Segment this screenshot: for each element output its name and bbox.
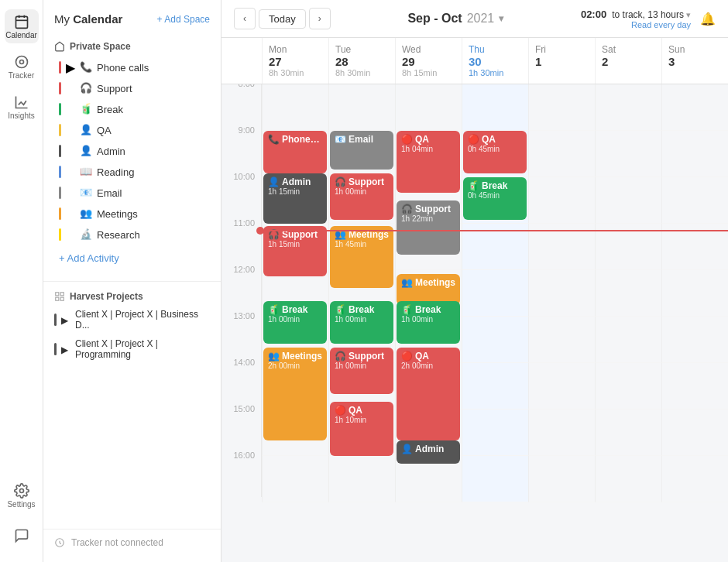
nav-insights[interactable]: Insights xyxy=(5,90,39,124)
time-label-2: 10:00 xyxy=(221,172,262,218)
time-label-8: 16:00 xyxy=(221,451,262,497)
activity-expand-icon[interactable] xyxy=(66,146,75,156)
day-cell-3-6[interactable] xyxy=(462,363,528,410)
day-cell-2-0[interactable] xyxy=(395,84,462,131)
day-cell-4-8[interactable] xyxy=(528,456,595,502)
day-cell-0-0[interactable] xyxy=(262,84,328,131)
day-cell-6-5[interactable] xyxy=(661,317,728,363)
day-cell-4-1[interactable] xyxy=(528,131,595,177)
project-color-bar xyxy=(54,343,57,355)
day-cell-5-8[interactable] xyxy=(595,456,661,502)
activity-break[interactable]: 🧃 Break xyxy=(48,99,216,119)
event-block[interactable]: 👤Admin xyxy=(397,440,460,464)
add-space-button[interactable]: + Add Space xyxy=(157,14,210,25)
activity-expand-icon[interactable] xyxy=(66,230,75,239)
event-block[interactable]: 👥Meetings xyxy=(397,274,460,305)
activity-qa[interactable]: 👤 QA xyxy=(48,120,216,140)
event-block[interactable]: 🎧Support1h 00min xyxy=(330,348,393,394)
event-block[interactable]: 🧃Break1h 00min xyxy=(397,301,460,344)
day-cell-6-1[interactable] xyxy=(661,131,728,177)
day-cell-6-0[interactable] xyxy=(661,84,728,131)
event-block[interactable]: 🔴QA1h 10min xyxy=(330,402,393,456)
day-cell-3-5[interactable] xyxy=(462,317,528,363)
event-block[interactable]: 🔴QA1h 04min xyxy=(397,131,460,193)
day-cell-6-3[interactable] xyxy=(661,224,728,270)
activity-expand-icon[interactable] xyxy=(66,188,75,197)
activity-expand-icon[interactable]: ▶ xyxy=(66,63,75,72)
activity-expand-icon[interactable] xyxy=(66,105,75,114)
notifications-bell[interactable]: 🔔 xyxy=(700,12,716,26)
activity-research[interactable]: 🔬 Research xyxy=(48,224,216,245)
activity-support[interactable]: 🎧 Support xyxy=(48,78,216,98)
calendar-period-dropdown[interactable]: ▾ xyxy=(499,13,503,24)
day-cell-5-6[interactable] xyxy=(595,363,661,410)
nav-tracker[interactable]: Tracker xyxy=(5,50,39,84)
event-block[interactable]: 🔴QA0h 45min xyxy=(463,131,527,173)
day-cell-6-2[interactable] xyxy=(661,177,728,224)
track-dropdown[interactable]: ▾ xyxy=(686,10,691,19)
activity-email[interactable]: 📧 Email xyxy=(48,183,216,203)
event-block[interactable]: 👥Meetings2h 00min xyxy=(263,348,327,440)
event-block[interactable]: 👤Admin1h 15min xyxy=(263,173,327,224)
activity-expand-icon[interactable] xyxy=(66,125,75,135)
event-block[interactable]: 🔴QA2h 00min xyxy=(397,348,460,440)
day-cell-1-8[interactable] xyxy=(328,456,395,502)
nav-chat[interactable] xyxy=(5,519,39,553)
event-block[interactable]: 👥Meetings1h 45min xyxy=(330,226,393,288)
nav-calendar[interactable]: Calendar xyxy=(5,9,39,43)
event-block[interactable]: 🧃Break1h 00min xyxy=(263,301,327,344)
day-cell-5-3[interactable] xyxy=(595,224,661,270)
day-cell-4-3[interactable] xyxy=(528,224,595,270)
activity-expand-icon[interactable] xyxy=(66,84,75,93)
day-cell-5-4[interactable] xyxy=(595,270,661,317)
day-cell-4-5[interactable] xyxy=(528,317,595,363)
event-block[interactable]: 🎧Support1h 15min xyxy=(263,226,327,276)
project-item-1[interactable]: ▶ Client X | Project X | Business D... xyxy=(43,305,221,334)
day-cell-5-1[interactable] xyxy=(595,131,661,177)
day-cell-0-8[interactable] xyxy=(262,456,328,502)
day-cell-4-2[interactable] xyxy=(528,177,595,224)
event-block[interactable]: 🎧Support1h 22min xyxy=(397,200,460,255)
event-block[interactable]: 🎧Support1h 00min xyxy=(330,173,393,220)
nav-settings[interactable]: Settings xyxy=(5,478,39,512)
activity-expand-icon[interactable] xyxy=(66,167,75,176)
day-cell-3-8[interactable] xyxy=(462,456,528,502)
next-period-button[interactable]: › xyxy=(309,8,331,29)
day-cell-3-4[interactable] xyxy=(462,270,528,317)
project-expand-icon[interactable]: ▶ xyxy=(61,344,70,354)
prev-period-button[interactable]: ‹ xyxy=(234,8,256,29)
activity-reading[interactable]: 📖 Reading xyxy=(48,162,216,182)
event-block[interactable]: 🧃Break0h 45min xyxy=(463,177,527,220)
calendar-grid: 8:009:0010:0011:0012:0013:0014:0015:0016… xyxy=(221,84,728,502)
day-cell-4-7[interactable] xyxy=(528,410,595,456)
day-cell-6-4[interactable] xyxy=(661,270,728,317)
day-cell-3-3[interactable] xyxy=(462,224,528,270)
day-cell-4-4[interactable] xyxy=(528,270,595,317)
day-cell-6-6[interactable] xyxy=(661,363,728,410)
day-cell-3-0[interactable] xyxy=(462,84,528,131)
today-button[interactable]: Today xyxy=(259,9,306,29)
activity-meetings[interactable]: 👥 Meetings xyxy=(48,204,216,224)
activity-admin[interactable]: 👤 Admin xyxy=(48,141,216,161)
day-cell-6-7[interactable] xyxy=(661,410,728,456)
day-cell-5-7[interactable] xyxy=(595,410,661,456)
day-cell-1-0[interactable] xyxy=(328,84,395,131)
day-cell-4-0[interactable] xyxy=(528,84,595,131)
day-cell-4-6[interactable] xyxy=(528,363,595,410)
activity-phone-calls[interactable]: ▶ 📞 Phone calls xyxy=(48,57,216,77)
event-column-2: 🔴QA1h 04min🎧Support1h 22min👥Meetings🧃Bre… xyxy=(395,84,462,526)
main-calendar: ‹ Today › Sep - Oct 2021 ▾ 02:00 to trac… xyxy=(221,0,728,562)
day-header-wed: Wed 29 8h 15min xyxy=(395,38,462,84)
event-block[interactable]: 🧃Break1h 00min xyxy=(330,301,393,344)
day-cell-5-5[interactable] xyxy=(595,317,661,363)
day-cell-3-7[interactable] xyxy=(462,410,528,456)
day-cell-6-8[interactable] xyxy=(661,456,728,502)
add-activity-button[interactable]: + Add Activity xyxy=(48,248,216,269)
day-cell-5-2[interactable] xyxy=(595,177,661,224)
project-expand-icon[interactable]: ▶ xyxy=(61,315,70,324)
event-block[interactable]: 📧Email xyxy=(330,131,393,170)
activity-expand-icon[interactable] xyxy=(66,209,75,218)
event-block[interactable]: 📞Phone calls xyxy=(263,131,327,173)
day-cell-5-0[interactable] xyxy=(595,84,661,131)
project-item-2[interactable]: ▶ Client X | Project X | Programming xyxy=(43,334,221,364)
